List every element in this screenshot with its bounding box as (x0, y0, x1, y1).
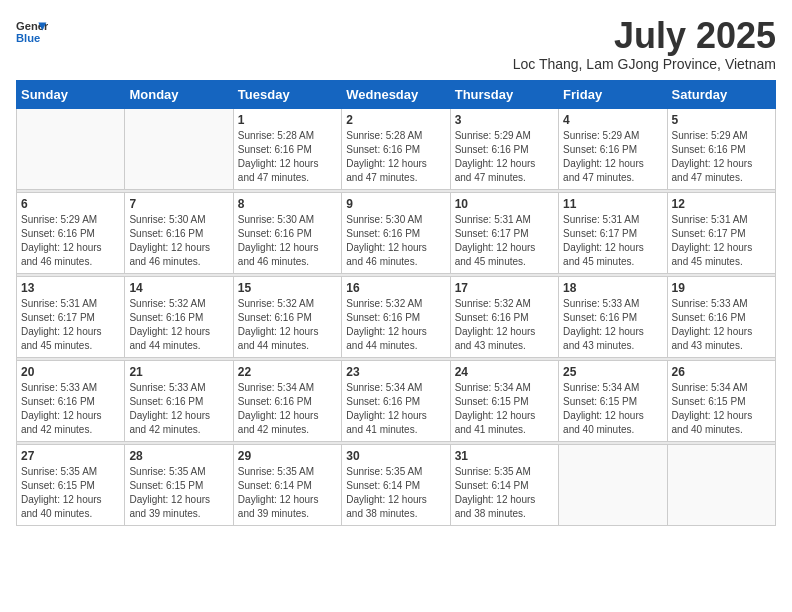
calendar-cell: 6Sunrise: 5:29 AM Sunset: 6:16 PM Daylig… (17, 192, 125, 273)
day-number: 30 (346, 449, 445, 463)
weekday-header-thursday: Thursday (450, 80, 558, 108)
day-number: 9 (346, 197, 445, 211)
day-number: 21 (129, 365, 228, 379)
weekday-header-saturday: Saturday (667, 80, 775, 108)
calendar-cell: 13Sunrise: 5:31 AM Sunset: 6:17 PM Dayli… (17, 276, 125, 357)
calendar-week-row: 6Sunrise: 5:29 AM Sunset: 6:16 PM Daylig… (17, 192, 776, 273)
calendar-cell: 31Sunrise: 5:35 AM Sunset: 6:14 PM Dayli… (450, 444, 558, 525)
day-info: Sunrise: 5:31 AM Sunset: 6:17 PM Dayligh… (455, 213, 554, 269)
day-number: 10 (455, 197, 554, 211)
day-info: Sunrise: 5:33 AM Sunset: 6:16 PM Dayligh… (129, 381, 228, 437)
calendar-cell (667, 444, 775, 525)
day-info: Sunrise: 5:32 AM Sunset: 6:16 PM Dayligh… (455, 297, 554, 353)
calendar-cell: 2Sunrise: 5:28 AM Sunset: 6:16 PM Daylig… (342, 108, 450, 189)
day-number: 26 (672, 365, 771, 379)
calendar-week-row: 13Sunrise: 5:31 AM Sunset: 6:17 PM Dayli… (17, 276, 776, 357)
day-number: 3 (455, 113, 554, 127)
day-info: Sunrise: 5:34 AM Sunset: 6:16 PM Dayligh… (346, 381, 445, 437)
day-info: Sunrise: 5:30 AM Sunset: 6:16 PM Dayligh… (238, 213, 337, 269)
weekday-header-monday: Monday (125, 80, 233, 108)
calendar-cell: 3Sunrise: 5:29 AM Sunset: 6:16 PM Daylig… (450, 108, 558, 189)
day-info: Sunrise: 5:34 AM Sunset: 6:16 PM Dayligh… (238, 381, 337, 437)
day-number: 13 (21, 281, 120, 295)
day-info: Sunrise: 5:34 AM Sunset: 6:15 PM Dayligh… (563, 381, 662, 437)
calendar-cell: 11Sunrise: 5:31 AM Sunset: 6:17 PM Dayli… (559, 192, 667, 273)
day-info: Sunrise: 5:29 AM Sunset: 6:16 PM Dayligh… (455, 129, 554, 185)
calendar-cell: 25Sunrise: 5:34 AM Sunset: 6:15 PM Dayli… (559, 360, 667, 441)
calendar-cell: 4Sunrise: 5:29 AM Sunset: 6:16 PM Daylig… (559, 108, 667, 189)
day-number: 5 (672, 113, 771, 127)
calendar-cell: 27Sunrise: 5:35 AM Sunset: 6:15 PM Dayli… (17, 444, 125, 525)
calendar-cell: 12Sunrise: 5:31 AM Sunset: 6:17 PM Dayli… (667, 192, 775, 273)
day-info: Sunrise: 5:28 AM Sunset: 6:16 PM Dayligh… (346, 129, 445, 185)
day-info: Sunrise: 5:34 AM Sunset: 6:15 PM Dayligh… (455, 381, 554, 437)
title-block: July 2025 Loc Thang, Lam GJong Province,… (513, 16, 776, 72)
day-number: 8 (238, 197, 337, 211)
day-info: Sunrise: 5:35 AM Sunset: 6:14 PM Dayligh… (238, 465, 337, 521)
weekday-header-wednesday: Wednesday (342, 80, 450, 108)
day-number: 17 (455, 281, 554, 295)
calendar-cell (17, 108, 125, 189)
day-number: 15 (238, 281, 337, 295)
day-info: Sunrise: 5:35 AM Sunset: 6:14 PM Dayligh… (346, 465, 445, 521)
calendar-cell: 17Sunrise: 5:32 AM Sunset: 6:16 PM Dayli… (450, 276, 558, 357)
month-year: July 2025 (513, 16, 776, 56)
weekday-header-row: SundayMondayTuesdayWednesdayThursdayFrid… (17, 80, 776, 108)
calendar-cell: 29Sunrise: 5:35 AM Sunset: 6:14 PM Dayli… (233, 444, 341, 525)
day-info: Sunrise: 5:31 AM Sunset: 6:17 PM Dayligh… (672, 213, 771, 269)
calendar-cell: 24Sunrise: 5:34 AM Sunset: 6:15 PM Dayli… (450, 360, 558, 441)
calendar-cell: 9Sunrise: 5:30 AM Sunset: 6:16 PM Daylig… (342, 192, 450, 273)
calendar-cell: 30Sunrise: 5:35 AM Sunset: 6:14 PM Dayli… (342, 444, 450, 525)
day-number: 18 (563, 281, 662, 295)
day-number: 25 (563, 365, 662, 379)
day-info: Sunrise: 5:32 AM Sunset: 6:16 PM Dayligh… (129, 297, 228, 353)
day-info: Sunrise: 5:29 AM Sunset: 6:16 PM Dayligh… (563, 129, 662, 185)
day-info: Sunrise: 5:29 AM Sunset: 6:16 PM Dayligh… (672, 129, 771, 185)
calendar-cell: 8Sunrise: 5:30 AM Sunset: 6:16 PM Daylig… (233, 192, 341, 273)
day-number: 19 (672, 281, 771, 295)
day-info: Sunrise: 5:35 AM Sunset: 6:15 PM Dayligh… (21, 465, 120, 521)
day-number: 4 (563, 113, 662, 127)
day-info: Sunrise: 5:32 AM Sunset: 6:16 PM Dayligh… (238, 297, 337, 353)
day-info: Sunrise: 5:31 AM Sunset: 6:17 PM Dayligh… (21, 297, 120, 353)
calendar-cell: 23Sunrise: 5:34 AM Sunset: 6:16 PM Dayli… (342, 360, 450, 441)
calendar-table: SundayMondayTuesdayWednesdayThursdayFrid… (16, 80, 776, 526)
day-number: 24 (455, 365, 554, 379)
day-info: Sunrise: 5:33 AM Sunset: 6:16 PM Dayligh… (21, 381, 120, 437)
calendar-cell (559, 444, 667, 525)
calendar-cell: 1Sunrise: 5:28 AM Sunset: 6:16 PM Daylig… (233, 108, 341, 189)
day-number: 20 (21, 365, 120, 379)
calendar-week-row: 20Sunrise: 5:33 AM Sunset: 6:16 PM Dayli… (17, 360, 776, 441)
day-info: Sunrise: 5:35 AM Sunset: 6:14 PM Dayligh… (455, 465, 554, 521)
calendar-cell: 28Sunrise: 5:35 AM Sunset: 6:15 PM Dayli… (125, 444, 233, 525)
day-info: Sunrise: 5:28 AM Sunset: 6:16 PM Dayligh… (238, 129, 337, 185)
svg-text:Blue: Blue (16, 32, 40, 44)
calendar-cell: 18Sunrise: 5:33 AM Sunset: 6:16 PM Dayli… (559, 276, 667, 357)
calendar-cell: 19Sunrise: 5:33 AM Sunset: 6:16 PM Dayli… (667, 276, 775, 357)
calendar-cell: 14Sunrise: 5:32 AM Sunset: 6:16 PM Dayli… (125, 276, 233, 357)
day-info: Sunrise: 5:33 AM Sunset: 6:16 PM Dayligh… (563, 297, 662, 353)
calendar-cell (125, 108, 233, 189)
calendar-cell: 20Sunrise: 5:33 AM Sunset: 6:16 PM Dayli… (17, 360, 125, 441)
day-number: 29 (238, 449, 337, 463)
day-number: 31 (455, 449, 554, 463)
day-info: Sunrise: 5:35 AM Sunset: 6:15 PM Dayligh… (129, 465, 228, 521)
day-number: 22 (238, 365, 337, 379)
day-number: 6 (21, 197, 120, 211)
day-number: 14 (129, 281, 228, 295)
location: Loc Thang, Lam GJong Province, Vietnam (513, 56, 776, 72)
day-info: Sunrise: 5:33 AM Sunset: 6:16 PM Dayligh… (672, 297, 771, 353)
day-info: Sunrise: 5:32 AM Sunset: 6:16 PM Dayligh… (346, 297, 445, 353)
page-header: General Blue July 2025 Loc Thang, Lam GJ… (16, 16, 776, 72)
weekday-header-sunday: Sunday (17, 80, 125, 108)
day-number: 28 (129, 449, 228, 463)
day-info: Sunrise: 5:30 AM Sunset: 6:16 PM Dayligh… (346, 213, 445, 269)
day-number: 1 (238, 113, 337, 127)
day-info: Sunrise: 5:30 AM Sunset: 6:16 PM Dayligh… (129, 213, 228, 269)
day-number: 16 (346, 281, 445, 295)
day-number: 11 (563, 197, 662, 211)
day-number: 12 (672, 197, 771, 211)
day-info: Sunrise: 5:34 AM Sunset: 6:15 PM Dayligh… (672, 381, 771, 437)
calendar-cell: 5Sunrise: 5:29 AM Sunset: 6:16 PM Daylig… (667, 108, 775, 189)
day-info: Sunrise: 5:31 AM Sunset: 6:17 PM Dayligh… (563, 213, 662, 269)
